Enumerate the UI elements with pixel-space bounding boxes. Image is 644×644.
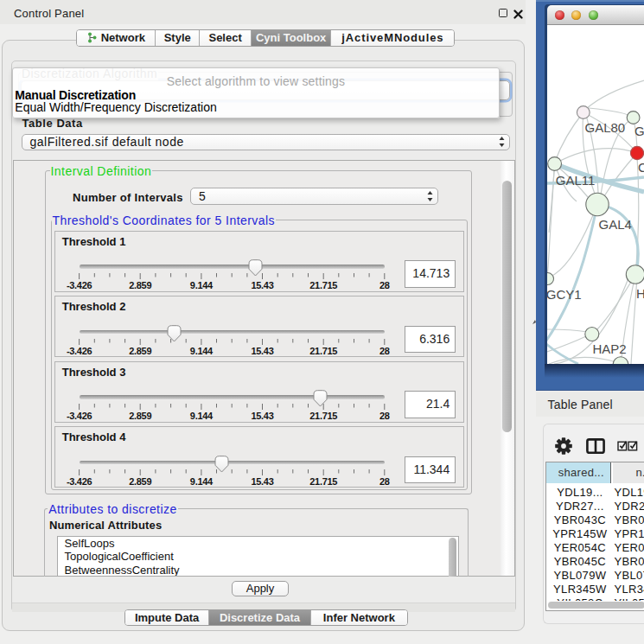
svg-text:GCY1: GCY1 — [547, 286, 582, 301]
svg-text:GAL4: GAL4 — [598, 216, 631, 231]
svg-text:HAP2: HAP2 — [592, 341, 626, 355]
svg-text:GAL80: GAL80 — [584, 119, 625, 134]
svg-text:CD: CD — [638, 160, 644, 175]
svg-text:GAL11: GAL11 — [555, 172, 595, 187]
svg-text:GAL3: GAL3 — [634, 124, 644, 138]
svg-text:HXK1: HXK1 — [635, 285, 643, 300]
